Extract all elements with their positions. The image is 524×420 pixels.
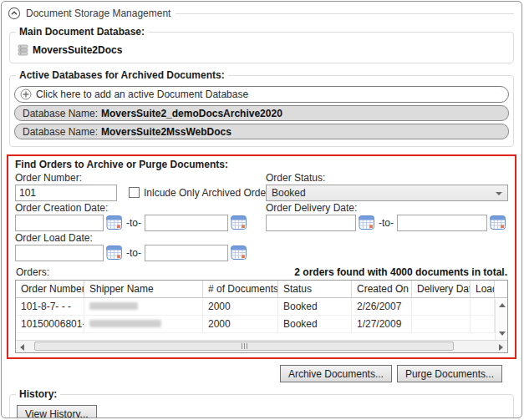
collapse-chevron-up-icon[interactable] [8,7,21,20]
find-orders-panel: Find Orders to Archive or Purge Document… [7,154,516,359]
view-history-button[interactable]: View History... [17,405,97,418]
panel-header: Document Storage Management [2,2,521,20]
load-date-from-input[interactable] [15,245,104,261]
calendar-icon[interactable] [106,245,123,261]
column-header-shipper-name[interactable]: Shipper Name [84,281,203,297]
column-header-order-number[interactable]: Order Number [16,281,84,297]
thumb-grip-icon [242,343,242,349]
add-database-button[interactable]: Click here to add an active Document Dat… [14,86,509,103]
archived-only-checkbox[interactable] [129,187,140,198]
thumb-grip-icon [247,343,247,349]
load-date-to-input[interactable] [145,245,228,261]
date-range-separator: -to- [123,217,145,229]
column-header-created-on[interactable]: Created On [352,281,412,297]
archive-documents-button[interactable]: Archive Documents... [280,365,392,382]
main-database-label: Main Document Database: [16,26,148,38]
chevron-down-icon [496,192,502,195]
order-status-label: Order Status: [266,171,508,184]
shipper-name-cell [84,316,203,333]
order-row[interactable]: 101-8-7- - - 2000 Booked 2/26/2007 [16,298,507,316]
archived-database-name: MoversSuite2MssWebDocs [101,126,231,138]
thumb-grip-icon [244,343,245,349]
created-on-cell: 1/27/2009 [352,316,412,333]
documents-cell: 2000 [203,298,278,316]
order-number-cell: 101-8-7- - - [16,298,84,316]
column-header-load-date[interactable]: Load Date [471,281,495,297]
scroll-down-icon[interactable] [499,331,506,336]
horizontal-scrollbar-thumb[interactable] [34,342,454,351]
archived-databases-group: Active Databases for Archived Documents:… [9,75,514,147]
orders-table-header: Order Number Shipper Name # of Documents… [16,281,507,298]
shipper-name-cell [84,298,203,316]
calendar-icon[interactable] [359,215,375,230]
load-date-cell [471,298,495,316]
delivery-date-from-input[interactable] [266,215,356,231]
archived-only-label: Inlcude Only Archived Orders [144,187,274,199]
creation-date-to-input[interactable] [145,215,228,231]
delivery-date-cell [412,298,471,316]
order-number-cell: 10150006801- - - [16,316,84,333]
database-name-prefix: Database Name: [23,126,98,138]
find-orders-title: Find Orders to Archive or Purge Document… [15,159,508,171]
creation-date-label: Order Creation Date: [15,201,259,214]
orders-summary: 2 orders found with 4000 documents in to… [294,266,507,278]
main-database-name: MoversSuite2Docs [33,44,122,56]
scroll-up-icon[interactable] [499,303,506,307]
purge-documents-button[interactable]: Purge Documents... [397,365,502,382]
delivery-date-label: Order Delivery Date: [266,201,508,214]
header-divider [176,13,514,14]
history-group: History: View History... [9,394,514,418]
orders-label: Orders: [16,266,49,278]
redacted-shipper-name [89,302,138,310]
database-icon [18,44,28,56]
date-range-separator: -to- [375,217,397,229]
archived-database-name: MoversSuite2_demoDocsArchive2020 [101,108,282,119]
plus-circle-icon [20,89,32,100]
add-database-prompt: Click here to add an active Document Dat… [36,89,248,100]
load-date-cell [471,316,495,333]
horizontal-scrollbar[interactable] [16,340,507,352]
status-cell: Booked [278,298,352,316]
scroll-left-icon[interactable] [20,344,24,351]
column-header-delivery-date[interactable]: Delivery Date [412,281,471,297]
redacted-shipper-name [89,320,161,327]
status-cell: Booked [278,316,352,333]
calendar-icon[interactable] [490,215,506,230]
archived-database-item[interactable]: Database Name: MoversSuite2_demoDocsArch… [14,105,509,121]
column-header-documents[interactable]: # of Documents [203,281,278,297]
database-name-prefix: Database Name: [23,108,98,119]
documents-cell: 2000 [203,316,278,333]
calendar-icon[interactable] [106,215,123,230]
delivery-date-cell [412,316,471,333]
vertical-scrollbar[interactable] [495,299,507,340]
column-header-status[interactable]: Status [278,281,352,297]
order-number-label: Order Number: [15,171,259,184]
calendar-icon[interactable] [231,215,247,230]
archived-database-item[interactable]: Database Name: MoversSuite2MssWebDocs [14,124,509,139]
archived-databases-label: Active Databases for Archived Documents: [16,69,228,81]
order-status-value: Booked [272,187,306,199]
order-row[interactable]: 10150006801- - - 2000 Booked 1/27/2009 [16,316,507,333]
orders-table: Order Number Shipper Name # of Documents… [15,280,508,353]
creation-date-from-input[interactable] [15,215,104,231]
document-storage-management-panel: Document Storage Management Main Documen… [1,1,522,418]
date-range-separator: -to- [123,247,145,259]
load-date-label: Order Load Date: [15,231,259,244]
delivery-date-to-input[interactable] [397,215,487,231]
calendar-icon[interactable] [231,245,247,261]
history-label: History: [16,388,60,400]
panel-title: Document Storage Management [26,8,170,19]
order-status-dropdown[interactable]: Booked [266,185,508,201]
scroll-right-icon[interactable] [499,344,503,351]
main-database-group: Main Document Database: MoversSuite2Docs [9,32,514,63]
created-on-cell: 2/26/2007 [352,298,412,316]
order-number-input[interactable] [15,185,117,201]
